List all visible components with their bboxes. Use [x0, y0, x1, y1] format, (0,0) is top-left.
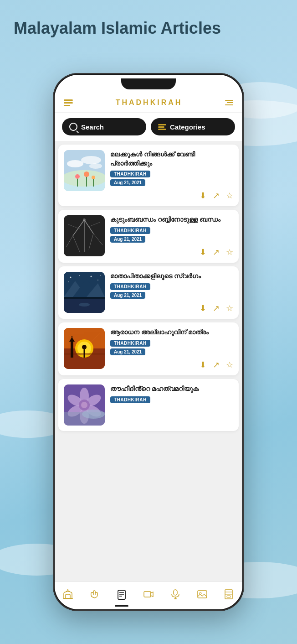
svg-point-32 [97, 280, 98, 280]
share-icon-4[interactable]: ↗ [213, 360, 220, 370]
svg-point-3 [67, 160, 83, 167]
svg-point-56 [81, 402, 87, 408]
svg-point-31 [91, 275, 92, 277]
svg-point-72 [200, 592, 201, 594]
article-title-2: കുടുംബബന്ധം റബ്ബിനോടുള്ള ബന്ധം [110, 215, 233, 224]
svg-point-7 [75, 174, 80, 179]
tag-date-2: Aug 21, 2021 [110, 236, 145, 243]
svg-point-60 [67, 589, 68, 590]
svg-marker-67 [151, 592, 153, 597]
search-button[interactable]: Search [62, 118, 146, 135]
article-card-5[interactable]: തൗഹീദിൻ്റെ മഹത്വമറിയുക THADHKIRAH [58, 379, 239, 431]
nav-dua[interactable] [85, 587, 104, 602]
bottom-nav [55, 582, 242, 609]
share-icon-2[interactable]: ↗ [213, 247, 220, 257]
svg-point-35 [79, 303, 90, 306]
menu-icon[interactable] [64, 99, 73, 106]
svg-rect-43 [71, 342, 73, 358]
notch [121, 78, 176, 89]
svg-point-30 [79, 275, 80, 276]
nav-gallery[interactable] [193, 587, 212, 602]
tag-source-3: THADHKIRAH [110, 283, 150, 290]
phone-screen: THADHKIRAH Search Categories [55, 75, 242, 609]
svg-point-33 [100, 275, 101, 276]
mosque-icon [62, 588, 74, 600]
article-title-5: തൗഹീദിൻ്റെ മഹത്വമറിയുക [110, 384, 233, 394]
tag-source-1: THADHKIRAH [110, 171, 150, 177]
article-info-4: ആരാധന അല്ലാഹുവിന് മാത്രം THADHKIRAH Aug … [110, 328, 233, 370]
download-icon-2[interactable]: ⬇ [200, 247, 206, 257]
hands-icon [89, 588, 101, 600]
nav-articles[interactable] [112, 587, 131, 602]
favorite-icon-4[interactable]: ☆ [226, 360, 233, 370]
svg-point-58 [82, 410, 105, 419]
favorite-icon-2[interactable]: ☆ [226, 247, 233, 257]
download-icon-3[interactable]: ⬇ [200, 303, 206, 313]
categories-label: Categories [170, 123, 205, 131]
video-icon [143, 588, 154, 600]
nav-bookmark[interactable] [219, 587, 238, 602]
article-card-3[interactable]: മാതാപിതാക്കളിലൂടെ സ്വർഗം THADHKIRAH Aug … [58, 266, 239, 319]
favorite-icon-1[interactable]: ☆ [226, 191, 233, 201]
article-tags-1: THADHKIRAH Aug 21, 2021 [110, 171, 233, 186]
tag-date-1: Aug 21, 2021 [110, 179, 145, 186]
svg-point-5 [89, 163, 102, 169]
article-info-3: മാതാപിതാക്കളിലൂടെ സ്വർഗം THADHKIRAH Aug … [110, 272, 233, 314]
filter-icon[interactable] [225, 100, 233, 105]
bookmark-icon [223, 588, 235, 600]
article-card-2[interactable]: കുടുംബബന്ധം റബ്ബിനോടുള്ള ബന്ധം THADHKIRA… [58, 210, 239, 263]
svg-rect-68 [174, 590, 177, 595]
article-info-1: മലക്കുകൾ നിങ്ങൾക്ക് വേണ്ടി പ്രാർത്തിക്കു… [110, 150, 233, 201]
article-thumbnail-4 [64, 328, 105, 369]
app-logo: THADHKIRAH [116, 99, 183, 107]
tag-source-4: THADHKIRAH [110, 340, 150, 347]
articles-icon [116, 588, 128, 600]
mic-icon [169, 588, 181, 600]
article-thumbnail-2 [64, 215, 105, 256]
search-bar-area: Search Categories [55, 113, 242, 141]
svg-point-34 [68, 281, 69, 282]
article-actions-2: ⬇ ↗ ☆ [110, 247, 233, 257]
article-actions-3: ⬇ ↗ ☆ [110, 303, 233, 313]
tag-source-5: THADHKIRAH [110, 396, 150, 403]
article-card-1[interactable]: മലക്കുകൾ നിങ്ങൾക്ക് വേണ്ടി പ്രാർത്തിക്കു… [58, 145, 239, 206]
article-thumbnail-5 [64, 384, 105, 426]
gallery-icon [196, 588, 208, 600]
article-title-3: മാതാപിതാക്കളിലൂടെ സ്വർഗം [110, 272, 233, 281]
categories-button[interactable]: Categories [151, 118, 235, 135]
share-icon-1[interactable]: ↗ [213, 191, 220, 201]
tag-date-3: Aug 21, 2021 [110, 292, 145, 299]
download-icon-1[interactable]: ⬇ [200, 191, 206, 201]
svg-rect-62 [118, 590, 125, 599]
article-card-4[interactable]: ആരാധന അല്ലാഹുവിന് മാത്രം THADHKIRAH Aug … [58, 322, 239, 375]
article-actions-4: ⬇ ↗ ☆ [110, 360, 233, 370]
article-tags-5: THADHKIRAH [110, 396, 233, 403]
article-title-4: ആരാധന അല്ലാഹുവിന് മാത്രം [110, 328, 233, 337]
nav-mosque[interactable] [58, 587, 77, 602]
search-label: Search [81, 123, 104, 131]
app-header: THADHKIRAH [55, 93, 242, 113]
article-thumbnail-1 [64, 150, 105, 191]
svg-point-29 [70, 276, 72, 278]
nav-video[interactable] [139, 587, 158, 602]
article-tags-4: THADHKIRAH Aug 21, 2021 [110, 340, 233, 355]
search-icon [69, 123, 77, 131]
share-icon-3[interactable]: ↗ [213, 303, 220, 313]
page-title: Malayalam Islamic Articles [14, 18, 283, 38]
article-thumbnail-3 [64, 272, 105, 313]
stack-icon [158, 124, 166, 130]
article-title-1: മലക്കുകൾ നിങ്ങൾക്ക് വേണ്ടി പ്രാർത്തിക്കു… [110, 150, 233, 168]
article-actions-1: ⬇ ↗ ☆ [110, 191, 233, 201]
nav-audio[interactable] [166, 587, 185, 602]
svg-point-9 [84, 171, 89, 177]
article-info-5: തൗഹീദിൻ്റെ മഹത്വമറിയുക THADHKIRAH [110, 384, 233, 426]
article-info-2: കുടുംബബന്ധം റബ്ബിനോടുള്ള ബന്ധം THADHKIRA… [110, 215, 233, 257]
article-tags-2: THADHKIRAH Aug 21, 2021 [110, 227, 233, 243]
tag-date-4: Aug 21, 2021 [110, 348, 145, 355]
download-icon-4[interactable]: ⬇ [200, 360, 206, 370]
favorite-icon-3[interactable]: ☆ [226, 303, 233, 313]
svg-point-11 [92, 176, 95, 179]
svg-rect-71 [198, 591, 207, 598]
articles-list: മലക്കുകൾ നിങ്ങൾക്ക് വേണ്ടി പ്രാർത്തിക്കു… [55, 141, 242, 582]
svg-point-22 [83, 218, 86, 221]
